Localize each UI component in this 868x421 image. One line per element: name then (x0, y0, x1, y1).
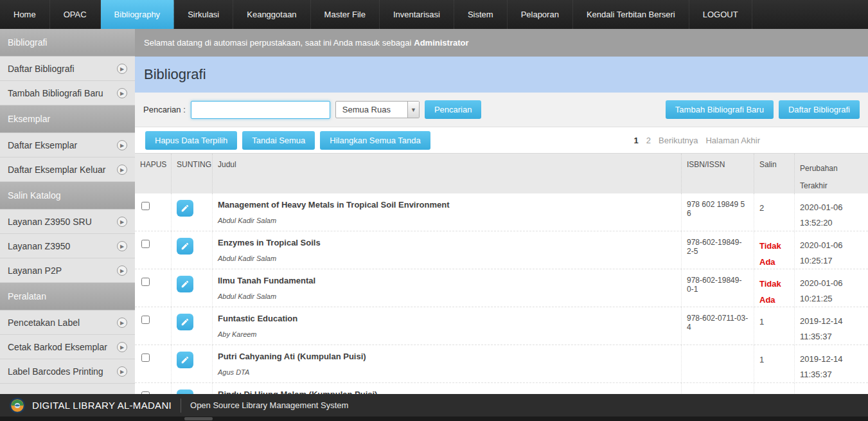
row-change-time: 10:21:25 (800, 291, 863, 307)
cell-salin: 1 (754, 345, 794, 382)
nav-item-bibliography[interactable]: Bibliography (101, 0, 175, 29)
nav-item-opac[interactable]: OPAC (50, 0, 101, 29)
edit-button[interactable] (177, 314, 193, 330)
nav-item-sirkulasi[interactable]: Sirkulasi (174, 0, 233, 29)
sidebar-item-layanan-p2p[interactable]: Layanan P2P ▶ (0, 258, 135, 283)
cell-perubahan: 2020-01-06 13:52:20 (794, 193, 868, 231)
cell-sunting (171, 231, 212, 269)
row-change-time: 11:35:37 (800, 367, 863, 382)
search-field-select[interactable]: Semua Ruas ▼ (335, 101, 420, 118)
table-row: Ilmu Tanah Fundamental Abdul Kadir Salam… (135, 269, 868, 307)
nav-item-keanggotaan[interactable]: Keanggotaan (233, 0, 310, 29)
cell-hapus (135, 345, 171, 382)
chevron-right-circle-icon: ▶ (117, 140, 127, 150)
sidebar-item-daftar-eksemplar[interactable]: Daftar Eksemplar ▶ (0, 133, 135, 157)
row-author: Abdul Kadir Salam (218, 292, 676, 300)
row-change-date: 2020-01-06 (800, 276, 863, 291)
welcome-text: Selamat datang di automasi perpustakaan,… (144, 38, 411, 48)
sidebar-item-layanan-z3950[interactable]: Layanan Z3950 ▶ (0, 234, 135, 258)
edit-button[interactable] (177, 238, 193, 255)
row-author: Aby Kareem (218, 330, 676, 338)
search-submit-button[interactable]: Pencarian (425, 100, 482, 119)
cell-salin: 1 (754, 307, 794, 345)
nav-item-inventarisasi[interactable]: Inventarisasi (380, 0, 454, 29)
edit-button[interactable] (177, 200, 193, 217)
sidebar-item-daftar-bibliografi[interactable]: Daftar Bibliografi ▶ (0, 57, 135, 81)
table-row: Management of Heavy Metals in Tropical S… (135, 193, 868, 231)
cell-salin: 2 (754, 193, 794, 231)
sidebar-item-label: Layanan P2P (8, 265, 62, 276)
row-checkbox[interactable] (141, 202, 150, 210)
cell-judul: Funtastic Education Aby Kareem (212, 307, 681, 345)
row-change-time: 10:25:17 (800, 253, 863, 269)
nav-item-sistem[interactable]: Sistem (454, 0, 508, 29)
sidebar-item-label: Layanan Z3950 SRU (8, 217, 92, 227)
sidebar-item-label-barcodes-printing[interactable]: Label Barcodes Printing ▶ (0, 359, 135, 384)
row-title-link[interactable]: Enzymes in Tropical Soils (218, 238, 676, 247)
footer-divider (181, 399, 181, 413)
check-all-button[interactable]: Tandai Semua (242, 131, 315, 150)
pagination: 1 2 Berikutnya Halaman Akhir (634, 136, 760, 145)
row-change-date: 2020-01-06 (800, 238, 863, 253)
horizontal-scrollbar-thumb[interactable] (184, 417, 213, 420)
row-change-date: 2020-01-06 (800, 200, 863, 215)
row-salin: Tidak Ada (759, 238, 789, 270)
bibliography-list-button[interactable]: Daftar Bibliografi (779, 100, 860, 119)
sidebar-item-daftar-eksemplar-keluar[interactable]: Daftar Eksemplar Keluar ▶ (0, 157, 135, 182)
cell-isbn (681, 345, 754, 382)
cell-judul: Management of Heavy Metals in Tropical S… (212, 193, 681, 231)
row-checkbox[interactable] (141, 240, 150, 248)
cell-isbn: 978-602-19849-0-1 (681, 269, 754, 307)
pagination-next[interactable]: Berikutnya (659, 136, 698, 145)
pagination-last[interactable]: Halaman Akhir (705, 136, 760, 145)
sidebar-item-pencetakan-label[interactable]: Pencetakan Label ▶ (0, 310, 135, 335)
nav-item-kendali-terbitan-berseri[interactable]: Kendali Terbitan Berseri (573, 0, 689, 29)
bottom-strip (0, 417, 868, 421)
page-title: Bibliografi (144, 66, 206, 83)
chevron-right-circle-icon: ▶ (117, 241, 127, 251)
edit-button[interactable] (177, 276, 193, 292)
pagination-current-page: 1 (634, 136, 639, 145)
top-navigation: HomeOPACBibliographySirkulasiKeanggotaan… (0, 0, 868, 29)
row-title-link[interactable]: Management of Heavy Metals in Tropical S… (218, 200, 676, 210)
row-checkbox[interactable] (141, 316, 150, 324)
row-isbn: 978-602-19849-2-5 (687, 238, 741, 256)
row-checkbox[interactable] (141, 278, 150, 286)
sidebar-item-label: Label Barcodes Printing (8, 366, 103, 377)
row-checkbox[interactable] (141, 354, 150, 362)
chevron-right-circle-icon: ▶ (117, 165, 127, 175)
sidebar-item-label: Daftar Eksemplar (8, 140, 77, 150)
chevron-right-circle-icon: ▶ (117, 265, 127, 276)
footer-tagline: Open Source Library Management System (190, 400, 348, 410)
add-bibliography-button[interactable]: Tambah Bibliografi Baru (666, 100, 774, 119)
edit-button[interactable] (177, 352, 193, 368)
row-change-time: 11:35:37 (800, 329, 863, 345)
sidebar-item-layanan-z3950-sru[interactable]: Layanan Z3950 SRU ▶ (0, 210, 135, 234)
uncheck-all-button[interactable]: Hilangkan Semua Tanda (320, 131, 430, 150)
cell-sunting (171, 269, 212, 307)
search-label: Pencarian : (143, 105, 186, 114)
sidebar-item-label: Cetak Barkod Eksemplar (8, 342, 107, 352)
row-change-date: 2019-12-14 (800, 352, 863, 367)
chevron-right-circle-icon: ▶ (117, 217, 127, 227)
row-salin: Tidak Ada (759, 276, 789, 308)
row-title-link[interactable]: Ilmu Tanah Fundamental (218, 276, 676, 285)
col-header-isbn: ISBN/ISSN (681, 154, 754, 193)
nav-item-home[interactable]: Home (0, 0, 50, 29)
nav-item-logout[interactable]: LOGOUT (689, 0, 752, 29)
sidebar-item-cetak-barkod-eksemplar[interactable]: Cetak Barkod Eksemplar ▶ (0, 335, 135, 359)
row-change-time: 13:52:20 (800, 215, 863, 231)
cell-sunting (171, 307, 212, 345)
nav-item-pelaporan[interactable]: Pelaporan (508, 0, 573, 29)
sidebar-item-tambah-bibliografi-baru[interactable]: Tambah Bibliografi Baru ▶ (0, 81, 135, 105)
pagination-page-2[interactable]: 2 (646, 136, 651, 145)
row-author: Agus DTA (218, 368, 676, 376)
search-input[interactable] (191, 101, 330, 119)
cell-perubahan: 2019-12-14 11:35:37 (794, 307, 868, 345)
delete-selected-button[interactable]: Hapus Data Terpilih (145, 131, 237, 150)
row-title-link[interactable]: Putri Cahyaning Ati (Kumpulan Puisi) (218, 352, 676, 361)
chevron-right-circle-icon: ▶ (117, 318, 127, 328)
nav-item-master-file[interactable]: Master File (311, 0, 380, 29)
row-title-link[interactable]: Funtastic Education (218, 314, 676, 323)
row-salin: 1 (759, 314, 789, 330)
